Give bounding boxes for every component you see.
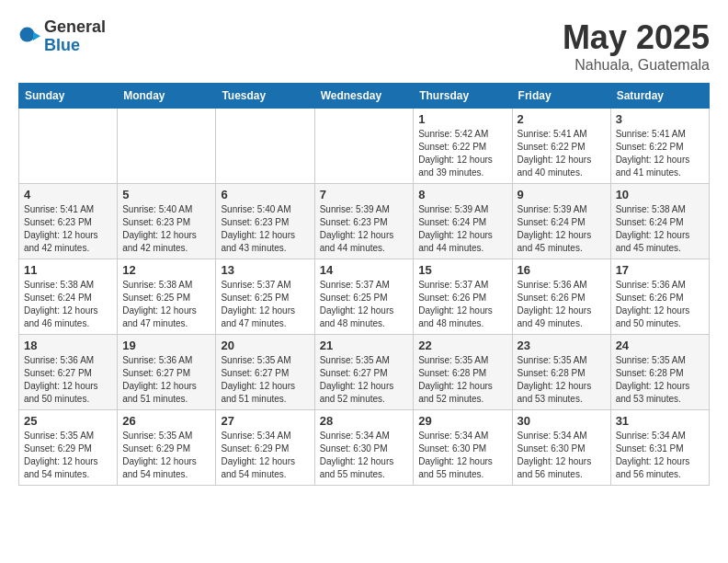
day-info: Sunrise: 5:37 AM Sunset: 6:25 PM Dayligh… <box>320 279 409 330</box>
day-info: Sunrise: 5:36 AM Sunset: 6:26 PM Dayligh… <box>518 279 606 330</box>
day-cell: 2Sunrise: 5:41 AM Sunset: 6:22 PM Daylig… <box>512 109 610 184</box>
day-number: 20 <box>221 339 309 352</box>
day-cell: 11Sunrise: 5:38 AM Sunset: 6:24 PM Dayli… <box>19 259 118 335</box>
day-cell: 19Sunrise: 5:36 AM Sunset: 6:27 PM Dayli… <box>118 335 216 410</box>
week-row-3: 11Sunrise: 5:38 AM Sunset: 6:24 PM Dayli… <box>19 259 710 335</box>
day-number: 29 <box>418 414 506 428</box>
day-number: 15 <box>418 263 506 277</box>
day-info: Sunrise: 5:41 AM Sunset: 6:22 PM Dayligh… <box>518 128 606 179</box>
day-cell: 10Sunrise: 5:38 AM Sunset: 6:24 PM Dayli… <box>610 184 709 259</box>
day-cell <box>19 109 118 184</box>
day-header-thursday: Thursday <box>414 84 512 109</box>
day-cell: 28Sunrise: 5:34 AM Sunset: 6:30 PM Dayli… <box>314 410 414 486</box>
day-number: 9 <box>518 188 606 201</box>
day-cell: 4Sunrise: 5:41 AM Sunset: 6:23 PM Daylig… <box>19 184 118 259</box>
day-number: 26 <box>122 414 210 428</box>
day-number: 21 <box>320 339 409 352</box>
day-cell: 18Sunrise: 5:36 AM Sunset: 6:27 PM Dayli… <box>19 335 118 410</box>
day-header-friday: Friday <box>512 84 610 109</box>
day-cell: 13Sunrise: 5:37 AM Sunset: 6:25 PM Dayli… <box>216 259 314 335</box>
day-info: Sunrise: 5:42 AM Sunset: 6:22 PM Dayligh… <box>418 128 506 179</box>
svg-point-0 <box>20 27 35 41</box>
day-cell: 9Sunrise: 5:39 AM Sunset: 6:24 PM Daylig… <box>512 184 610 259</box>
calendar-table: SundayMondayTuesdayWednesdayThursdayFrid… <box>18 83 710 486</box>
svg-marker-1 <box>33 31 40 40</box>
day-number: 6 <box>221 188 309 201</box>
page-header: General Blue May 2025 Nahuala, Guatemala <box>18 18 710 74</box>
day-number: 22 <box>418 339 506 352</box>
day-info: Sunrise: 5:35 AM Sunset: 6:28 PM Dayligh… <box>518 354 606 406</box>
day-number: 4 <box>24 188 112 201</box>
day-cell: 30Sunrise: 5:34 AM Sunset: 6:30 PM Dayli… <box>512 410 610 486</box>
day-cell: 8Sunrise: 5:39 AM Sunset: 6:24 PM Daylig… <box>414 184 512 259</box>
day-info: Sunrise: 5:34 AM Sunset: 6:30 PM Dayligh… <box>320 430 409 481</box>
day-cell: 3Sunrise: 5:41 AM Sunset: 6:22 PM Daylig… <box>610 109 709 184</box>
day-cell: 31Sunrise: 5:34 AM Sunset: 6:31 PM Dayli… <box>610 410 709 486</box>
day-header-monday: Monday <box>118 84 216 109</box>
day-number: 17 <box>616 263 704 277</box>
day-number: 16 <box>518 263 606 277</box>
header-row: SundayMondayTuesdayWednesdayThursdayFrid… <box>19 84 710 109</box>
day-info: Sunrise: 5:40 AM Sunset: 6:23 PM Dayligh… <box>221 203 309 255</box>
month-year: May 2025 <box>563 18 710 57</box>
day-number: 8 <box>418 188 506 201</box>
day-info: Sunrise: 5:37 AM Sunset: 6:26 PM Dayligh… <box>418 279 506 330</box>
day-cell: 12Sunrise: 5:38 AM Sunset: 6:25 PM Dayli… <box>118 259 216 335</box>
day-info: Sunrise: 5:35 AM Sunset: 6:27 PM Dayligh… <box>221 354 309 406</box>
day-info: Sunrise: 5:35 AM Sunset: 6:28 PM Dayligh… <box>616 354 704 406</box>
day-info: Sunrise: 5:39 AM Sunset: 6:23 PM Dayligh… <box>320 203 409 255</box>
day-info: Sunrise: 5:34 AM Sunset: 6:30 PM Dayligh… <box>418 430 506 481</box>
day-info: Sunrise: 5:36 AM Sunset: 6:26 PM Dayligh… <box>616 279 704 330</box>
day-cell: 23Sunrise: 5:35 AM Sunset: 6:28 PM Dayli… <box>512 335 610 410</box>
day-info: Sunrise: 5:38 AM Sunset: 6:24 PM Dayligh… <box>24 279 112 330</box>
title-block: May 2025 Nahuala, Guatemala <box>563 18 710 74</box>
day-number: 3 <box>616 112 704 126</box>
day-cell: 24Sunrise: 5:35 AM Sunset: 6:28 PM Dayli… <box>610 335 709 410</box>
day-number: 12 <box>122 263 210 277</box>
day-number: 28 <box>320 414 409 428</box>
day-number: 14 <box>320 263 409 277</box>
day-number: 25 <box>24 414 112 428</box>
day-header-saturday: Saturday <box>610 84 709 109</box>
day-number: 2 <box>518 112 606 126</box>
day-info: Sunrise: 5:36 AM Sunset: 6:27 PM Dayligh… <box>122 354 210 406</box>
week-row-4: 18Sunrise: 5:36 AM Sunset: 6:27 PM Dayli… <box>19 335 710 410</box>
day-info: Sunrise: 5:39 AM Sunset: 6:24 PM Dayligh… <box>418 203 506 255</box>
day-cell: 14Sunrise: 5:37 AM Sunset: 6:25 PM Dayli… <box>314 259 414 335</box>
logo-icon <box>18 26 40 48</box>
day-number: 27 <box>221 414 309 428</box>
day-info: Sunrise: 5:35 AM Sunset: 6:29 PM Dayligh… <box>122 430 210 481</box>
day-info: Sunrise: 5:35 AM Sunset: 6:27 PM Dayligh… <box>320 354 409 406</box>
day-cell <box>216 109 314 184</box>
day-cell: 26Sunrise: 5:35 AM Sunset: 6:29 PM Dayli… <box>118 410 216 486</box>
day-cell <box>118 109 216 184</box>
day-info: Sunrise: 5:35 AM Sunset: 6:29 PM Dayligh… <box>24 430 112 481</box>
day-info: Sunrise: 5:34 AM Sunset: 6:30 PM Dayligh… <box>518 430 606 481</box>
day-cell <box>314 109 414 184</box>
day-info: Sunrise: 5:34 AM Sunset: 6:31 PM Dayligh… <box>616 430 704 481</box>
day-number: 13 <box>221 263 309 277</box>
day-cell: 7Sunrise: 5:39 AM Sunset: 6:23 PM Daylig… <box>314 184 414 259</box>
day-cell: 6Sunrise: 5:40 AM Sunset: 6:23 PM Daylig… <box>216 184 314 259</box>
day-header-sunday: Sunday <box>19 84 118 109</box>
day-number: 11 <box>24 263 112 277</box>
day-cell: 22Sunrise: 5:35 AM Sunset: 6:28 PM Dayli… <box>414 335 512 410</box>
day-number: 5 <box>122 188 210 201</box>
day-number: 31 <box>616 414 704 428</box>
day-cell: 16Sunrise: 5:36 AM Sunset: 6:26 PM Dayli… <box>512 259 610 335</box>
week-row-2: 4Sunrise: 5:41 AM Sunset: 6:23 PM Daylig… <box>19 184 710 259</box>
day-info: Sunrise: 5:34 AM Sunset: 6:29 PM Dayligh… <box>221 430 309 481</box>
location: Nahuala, Guatemala <box>563 57 710 74</box>
day-cell: 5Sunrise: 5:40 AM Sunset: 6:23 PM Daylig… <box>118 184 216 259</box>
day-number: 1 <box>418 112 506 126</box>
day-info: Sunrise: 5:40 AM Sunset: 6:23 PM Dayligh… <box>122 203 210 255</box>
day-info: Sunrise: 5:38 AM Sunset: 6:25 PM Dayligh… <box>122 279 210 330</box>
day-info: Sunrise: 5:41 AM Sunset: 6:23 PM Dayligh… <box>24 203 112 255</box>
day-cell: 27Sunrise: 5:34 AM Sunset: 6:29 PM Dayli… <box>216 410 314 486</box>
day-number: 23 <box>518 339 606 352</box>
day-cell: 21Sunrise: 5:35 AM Sunset: 6:27 PM Dayli… <box>314 335 414 410</box>
logo-general: General <box>44 18 106 37</box>
day-cell: 25Sunrise: 5:35 AM Sunset: 6:29 PM Dayli… <box>19 410 118 486</box>
logo-text: General Blue <box>44 18 106 55</box>
day-cell: 29Sunrise: 5:34 AM Sunset: 6:30 PM Dayli… <box>414 410 512 486</box>
